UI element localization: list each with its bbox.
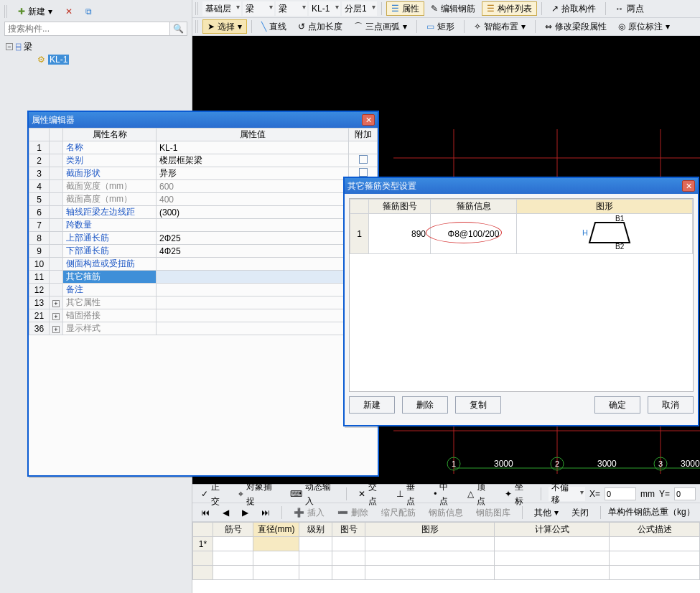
two-point-button[interactable]: ↔两点 — [610, 1, 649, 16]
search-input[interactable] — [4, 22, 170, 36]
category1-combo[interactable]: 梁 — [243, 1, 274, 16]
prop-value[interactable]: 2Φ25 — [157, 232, 349, 245]
offset-combo[interactable]: 不偏移 — [549, 487, 585, 501]
prop-value[interactable]: 楼层框架梁 — [157, 154, 349, 167]
prop-row[interactable]: 10侧面构造或受扭筋 — [29, 258, 378, 271]
floor-combo[interactable]: 基础层 — [202, 1, 241, 16]
prop-value[interactable]: 4Φ25 — [157, 245, 349, 258]
insert-row-button[interactable]: ➕插入 — [289, 505, 329, 520]
prop-row[interactable]: 11其它箍筋 — [29, 271, 378, 284]
smart-layout-tool[interactable]: ✧智能布置 ▾ — [469, 19, 531, 34]
vertex-snap[interactable]: △顶点 — [463, 487, 496, 501]
nav-prev[interactable]: ◀ — [218, 505, 233, 520]
stirrup-info-cell[interactable]: Φ8@100/200 — [431, 214, 517, 254]
prop-value[interactable] — [157, 309, 349, 322]
intersection-snap[interactable]: ✕交点 — [354, 487, 387, 501]
pick-member-button[interactable]: ↗拾取构件 — [546, 1, 601, 16]
col-grade[interactable]: 级别 — [299, 523, 332, 537]
prop-row[interactable]: 1名称KL-1 — [29, 141, 378, 154]
line-tool[interactable]: ╲直线 — [256, 19, 291, 34]
prop-value[interactable]: (300) — [157, 206, 349, 219]
perpendicular-snap[interactable]: ⊥垂点 — [392, 487, 425, 501]
col-formula-desc[interactable]: 公式描述 — [610, 523, 700, 537]
prop-row[interactable]: 36+显示样式 — [29, 322, 378, 335]
arc-length-tool[interactable]: ↺点加长度 — [293, 19, 347, 34]
prop-value[interactable] — [157, 296, 349, 309]
coord-snap[interactable]: ✦坐标 — [500, 487, 533, 501]
col-formula[interactable]: 计算公式 — [495, 523, 610, 537]
edit-span-button[interactable]: ⇔修改梁段属性 — [540, 19, 612, 34]
dynamic-input-toggle[interactable]: ⌨动态输入 — [286, 487, 340, 501]
col-stirrup-id[interactable]: 箍筋图号 — [369, 200, 431, 214]
sheet-row[interactable]: 1* — [193, 537, 700, 551]
orthogonal-toggle[interactable]: ✓正交 — [197, 487, 230, 501]
sheet-row[interactable] — [193, 551, 700, 566]
prop-value[interactable] — [157, 271, 349, 284]
prop-value[interactable]: 400 — [157, 193, 349, 206]
new-member-button[interactable]: ✚新建 ▾ — [13, 4, 57, 19]
member-combo[interactable]: KL-1 — [309, 1, 340, 16]
edit-rebar-button[interactable]: ✎编辑钢筋 — [426, 1, 480, 16]
rect-tool[interactable]: ▭矩形 — [421, 19, 459, 34]
prop-value[interactable] — [157, 219, 349, 232]
nav-first[interactable]: ⏮ — [197, 505, 214, 520]
prop-value[interactable] — [157, 322, 349, 335]
expander-cell[interactable]: + — [50, 322, 63, 335]
other-button[interactable]: 其他 ▾ — [530, 505, 563, 520]
col-stirrup-shape[interactable]: 图形 — [517, 200, 693, 214]
layer-combo[interactable]: 分层1 — [342, 1, 377, 16]
prop-row[interactable]: 8上部通长筋2Φ25 — [29, 232, 378, 245]
midpoint-snap[interactable]: •中点 — [429, 487, 459, 501]
stirrup-row[interactable]: 1 890 Φ8@100/200 H B1 B2 — [350, 214, 693, 254]
sheet-row[interactable] — [193, 566, 700, 580]
rebar-info-button[interactable]: 钢筋信息 — [424, 505, 467, 520]
col-diameter[interactable]: 直径(mm) — [253, 523, 299, 537]
copy-member-button[interactable]: ⧉ — [80, 4, 97, 19]
prop-row[interactable]: 3截面形状异形 — [29, 167, 378, 180]
prop-row[interactable]: 2类别楼层框架梁 — [29, 154, 378, 167]
stirrup-table[interactable]: 箍筋图号 箍筋信息 图形 1 890 Φ8@100/200 H B1 B2 — [350, 199, 693, 254]
object-snap-toggle[interactable]: ⌖对象捕捉 — [234, 487, 281, 501]
properties-button[interactable]: ☰属性 — [386, 1, 424, 16]
property-editor-titlebar[interactable]: 属性编辑器 ✕ — [29, 112, 378, 128]
ok-button[interactable]: 确定 — [594, 396, 640, 414]
category2-combo[interactable]: 梁 — [276, 1, 307, 16]
rebar-lib-button[interactable]: 钢筋图库 — [472, 505, 515, 520]
scale-rebar-button[interactable]: 缩尺配筋 — [377, 505, 420, 520]
nav-next[interactable]: ▶ — [238, 505, 253, 520]
copy-button[interactable]: 复制 — [455, 396, 501, 414]
prop-row[interactable]: 13+其它属性 — [29, 296, 378, 309]
prop-row[interactable]: 21+锚固搭接 — [29, 309, 378, 322]
stirrup-id-cell[interactable]: 890 — [369, 214, 431, 254]
col-shapeid[interactable]: 图号 — [332, 523, 365, 537]
cancel-button[interactable]: 取消 — [648, 396, 694, 414]
prop-value[interactable]: KL-1 — [157, 141, 349, 154]
x-input[interactable] — [605, 487, 636, 500]
stirrup-shape-cell[interactable]: H B1 B2 — [517, 214, 693, 254]
prop-row[interactable]: 6轴线距梁左边线距(300) — [29, 206, 378, 219]
y-input[interactable] — [674, 487, 696, 500]
close-icon[interactable]: ✕ — [362, 114, 375, 126]
close-button[interactable]: 关闭 — [567, 505, 593, 520]
close-icon[interactable]: ✕ — [682, 180, 695, 192]
delete-member-button[interactable]: ✕ — [60, 4, 78, 19]
tree-item-kl1[interactable]: KL-1 — [48, 55, 69, 65]
prop-add[interactable] — [349, 154, 378, 167]
rebar-sheet[interactable]: 筋号 直径(mm) 级别 图号 图形 计算公式 公式描述 1* — [192, 522, 700, 580]
tree-root-label[interactable]: 梁 — [24, 41, 32, 53]
new-button[interactable]: 新建 — [349, 396, 395, 414]
nav-last[interactable]: ⏭ — [257, 505, 274, 520]
prop-row[interactable]: 4截面宽度（mm）600 — [29, 180, 378, 193]
col-shape[interactable]: 图形 — [365, 523, 495, 537]
expander-cell[interactable]: + — [50, 296, 63, 309]
prop-row[interactable]: 9下部通长筋4Φ25 — [29, 245, 378, 258]
origin-label-button[interactable]: ◎原位标注 ▾ — [613, 19, 675, 34]
tree-expander[interactable]: − — [6, 43, 13, 50]
delete-row-button[interactable]: ➖删除 — [333, 505, 373, 520]
prop-row[interactable]: 5截面高度（mm）400 — [29, 193, 378, 206]
prop-value[interactable] — [157, 258, 349, 271]
select-tool[interactable]: ➤选择 ▾ — [202, 19, 247, 34]
member-list-button[interactable]: ☰构件列表 — [482, 1, 537, 16]
search-button[interactable]: 🔍 — [170, 22, 187, 36]
prop-row[interactable]: 12备注 — [29, 284, 378, 296]
